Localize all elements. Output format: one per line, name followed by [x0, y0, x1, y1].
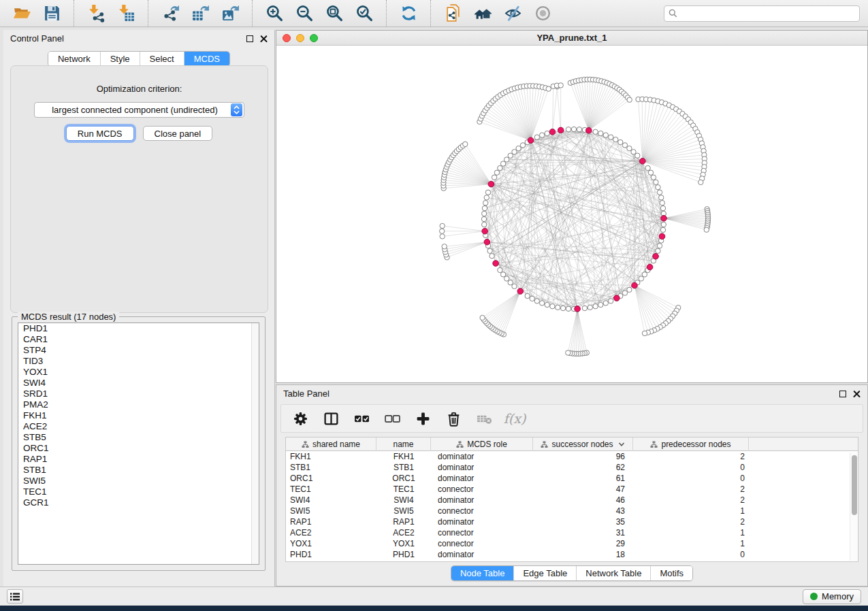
export-network-icon [161, 4, 180, 22]
share-document-icon [444, 4, 462, 22]
tab-network[interactable]: Network [48, 52, 100, 66]
table-row[interactable]: SWI4SWI4dominator462 [286, 495, 858, 506]
mcds-result-item[interactable]: SWI4 [18, 378, 259, 389]
table-scrollbar-thumb[interactable] [852, 455, 857, 515]
save-icon [43, 4, 61, 22]
zoom-in-button[interactable] [259, 3, 289, 24]
mcds-result-item[interactable]: STB5 [18, 432, 259, 443]
tab-motifs[interactable]: Motifs [650, 566, 692, 580]
mcds-result-item[interactable]: PMA2 [18, 399, 259, 410]
mcds-result-item[interactable]: STP4 [18, 345, 259, 356]
select-stepper-icon [231, 103, 242, 116]
mcds-result-item[interactable]: SRD1 [18, 389, 259, 399]
tab-select[interactable]: Select [140, 52, 184, 66]
table-cell: YOX1 [376, 538, 431, 549]
column-header-MCDS-role[interactable]: MCDS role [431, 437, 533, 451]
import-table-button[interactable] [111, 3, 141, 24]
table-cell: 31 [533, 527, 633, 538]
show-columns-button[interactable] [321, 409, 340, 428]
export-image-button[interactable] [215, 3, 245, 24]
deselect-all-button[interactable] [383, 409, 402, 428]
hide-selected-button[interactable] [498, 3, 528, 24]
table-cell: ACE2 [376, 527, 431, 538]
task-history-button[interactable] [7, 589, 23, 604]
run-mcds-button[interactable]: Run MCDS [66, 126, 134, 141]
import-network-button[interactable] [81, 3, 111, 24]
column-header-predecessor-nodes[interactable]: predecessor nodes [633, 437, 749, 451]
delete-table-button[interactable] [475, 409, 494, 428]
zoom-selected-button[interactable] [349, 3, 379, 24]
node-table: shared namenameMCDS rolesuccessor nodesp… [285, 437, 858, 562]
column-type-icon [650, 441, 658, 448]
table-row[interactable]: TEC1TEC1connector472 [286, 484, 858, 495]
table-row[interactable]: ACE2ACE2connector311 [286, 527, 858, 538]
mcds-result-item[interactable]: TID3 [18, 356, 259, 367]
tab-edge-table[interactable]: Edge Table [513, 566, 576, 580]
table-cell: 0 [633, 549, 749, 560]
mcds-result-item[interactable]: SWI5 [18, 476, 259, 486]
table-row[interactable]: ORC1ORC1dominator610 [286, 473, 858, 484]
close-panel-icon[interactable] [260, 35, 268, 42]
mcds-result-item[interactable]: YOX1 [18, 367, 259, 378]
memory-button[interactable]: Memory [803, 589, 861, 604]
zoom-fit-button[interactable] [319, 3, 349, 24]
network-home-button[interactable] [468, 3, 498, 24]
columns-icon [323, 411, 339, 427]
zoom-out-icon [295, 4, 314, 22]
share-document-button[interactable] [438, 3, 468, 24]
table-row[interactable]: PHD1PHD1dominator180 [286, 549, 858, 560]
mcds-result-item[interactable]: ORC1 [18, 443, 259, 454]
mcds-result-item[interactable]: ACE2 [18, 421, 259, 432]
column-header-name[interactable]: name [376, 437, 431, 451]
table-scrollbar[interactable] [850, 452, 857, 561]
table-row[interactable]: FKH1FKH1dominator962 [286, 451, 858, 462]
table-row[interactable]: SWI5SWI5connector431 [286, 506, 858, 516]
table-cell: 2 [633, 484, 749, 495]
mcds-result-item[interactable]: TEC1 [18, 486, 259, 497]
mcds-result-item[interactable]: GCR1 [18, 497, 259, 508]
table-settings-button[interactable] [291, 409, 310, 428]
mcds-result-item[interactable]: STB1 [18, 465, 259, 476]
refresh-button[interactable] [393, 3, 423, 24]
float-table-panel-icon[interactable] [839, 391, 846, 397]
select-all-button[interactable] [352, 409, 371, 428]
mcds-result-item[interactable]: PHD1 [18, 323, 259, 334]
network-window-titlebar[interactable]: YPA_prune.txt_1 [276, 31, 867, 46]
table-cell: dominator [431, 495, 533, 506]
function-builder-button[interactable]: f(x) [505, 409, 524, 428]
close-panel-button[interactable]: Close panel [143, 126, 213, 141]
tab-node-table[interactable]: Node Table [451, 566, 514, 580]
search-input[interactable] [681, 9, 855, 18]
mcds-result-item[interactable]: FKH1 [18, 410, 259, 421]
column-header-successor-nodes[interactable]: successor nodes [533, 437, 633, 451]
memory-label: Memory [822, 591, 854, 601]
save-session-button[interactable] [37, 3, 67, 24]
tab-mcds[interactable]: MCDS [184, 52, 229, 66]
close-table-panel-icon[interactable] [853, 390, 861, 397]
control-panel-title: Control Panel [10, 33, 246, 44]
zoom-out-button[interactable] [289, 3, 319, 24]
table-cell: ORC1 [286, 473, 376, 484]
table-row[interactable]: YOX1YOX1connector291 [286, 538, 858, 549]
float-panel-icon[interactable] [246, 35, 253, 42]
tab-style[interactable]: Style [100, 52, 140, 66]
optimization-criterion-select[interactable]: largest connected component (undirected) [34, 102, 244, 118]
table-row[interactable]: STB1STB1dominator620 [286, 462, 858, 473]
table-cell: 0 [633, 462, 749, 473]
mcds-result-item[interactable]: CAR1 [18, 334, 259, 345]
table-cell: dominator [431, 549, 533, 560]
show-all-button[interactable] [528, 3, 558, 24]
open-session-button[interactable] [7, 3, 37, 24]
network-search-field[interactable] [664, 5, 860, 22]
result-list-scrollbar[interactable] [251, 323, 259, 564]
network-canvas[interactable] [276, 46, 867, 382]
add-column-button[interactable] [413, 409, 432, 428]
export-table-button[interactable] [185, 3, 215, 24]
tab-network-table[interactable]: Network Table [576, 566, 650, 580]
table-cell: 2 [633, 451, 749, 462]
export-network-button[interactable] [155, 3, 185, 24]
delete-column-button[interactable] [444, 409, 463, 428]
table-row[interactable]: RAP1RAP1dominator352 [286, 516, 858, 527]
column-header-shared-name[interactable]: shared name [286, 437, 376, 451]
mcds-result-item[interactable]: RAP1 [18, 454, 259, 465]
